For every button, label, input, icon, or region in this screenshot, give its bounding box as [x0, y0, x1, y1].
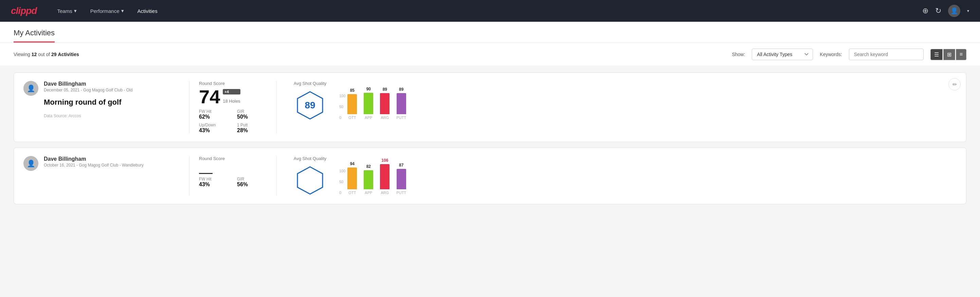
user-name-2: Dave Billingham [44, 156, 144, 162]
keyword-input[interactable] [849, 49, 924, 60]
quality-label-2: Avg Shot Quality [294, 156, 327, 161]
bar-chart: 100 50 0 85 OTT 90 [339, 82, 956, 120]
svg-marker-1 [298, 167, 323, 194]
bar2-app: 82 APP [364, 164, 373, 195]
round-score-section-2: Round Score FW Hit 43% GIR 56% [199, 156, 267, 188]
quality-label: Avg Shot Quality [294, 81, 327, 86]
filter-bar: Viewing 12 out of 29 Activities Show: Al… [0, 43, 980, 65]
stat-one-putt: 1 Putt 28% [237, 123, 267, 134]
app-logo[interactable]: clippd [11, 5, 37, 16]
bar-chart-container-2: 100 50 0 94 OTT 82 APP [334, 157, 956, 195]
stat2-fw-hit: FW Hit 43% [199, 177, 229, 188]
stat-updown: Up/Down 43% [199, 123, 229, 134]
avg-shot-quality-2: Avg Shot Quality [286, 156, 334, 196]
mini-stats: FW Hit 62% GIR 50% Up/Down 43% 1 Putt 28… [199, 109, 267, 134]
keywords-label: Keywords: [820, 52, 842, 57]
nav-icons: ⊕ ↻ 👤 ▾ [922, 5, 969, 17]
activity-card: ✏ 👤 Dave Billingham December 05, 2021 - … [14, 72, 966, 142]
stat2-gir: GIR 56% [237, 177, 267, 188]
avatar: 👤 [24, 81, 38, 96]
activity-title: Morning round of golf [44, 98, 132, 107]
view-toggle: ☰ ⊞ ≡ [931, 49, 966, 60]
bar2-arg: 106 ARG [380, 158, 390, 195]
bar-chart-container: 100 50 0 85 OTT 90 [334, 82, 956, 120]
bar2-putt: 87 PUTT [396, 163, 406, 195]
score-value: 74 [199, 87, 220, 106]
data-source: Data Source: Arccos [44, 113, 132, 118]
stat-fw-hit: FW Hit 62% [199, 109, 229, 120]
quality-chart-section-2: Avg Shot Quality 100 50 0 [286, 156, 956, 196]
list-view-button[interactable]: ☰ [931, 49, 943, 60]
activity-type-select[interactable]: All Activity Types [752, 49, 813, 60]
hex-score-value: 89 [305, 100, 315, 111]
y-axis-labels: 100 50 0 [339, 93, 345, 120]
grid-view-button[interactable]: ⊞ [943, 49, 955, 60]
hex-score-display: 89 [295, 90, 325, 121]
compact-view-button[interactable]: ≡ [956, 49, 966, 60]
nav-teams[interactable]: Teams ▾ [56, 0, 78, 22]
hex-score-display-2 [295, 165, 325, 196]
score-badge: +4 [223, 89, 240, 94]
avatar-2: 👤 [24, 156, 38, 171]
mini-stats-2: FW Hit 43% GIR 56% [199, 177, 267, 188]
bar-putt-fill [397, 93, 406, 114]
user-name: Dave Billingham [44, 81, 132, 87]
user-avatar-button[interactable]: 👤 [948, 5, 960, 17]
round-score-section: Round Score 74 +4 18 Holes FW Hit 62% GI… [199, 81, 267, 134]
round-score-label: Round Score [199, 81, 267, 86]
activity-card-2: 👤 Dave Billingham October 16, 2021 - Gog… [14, 147, 966, 204]
y-axis-labels-2: 100 50 0 [339, 168, 345, 195]
bar-ott-fill [347, 94, 357, 114]
bar-app-fill [364, 93, 373, 114]
page-title: My Activities [14, 22, 55, 43]
page-header: My Activities [0, 22, 980, 43]
score-holes: 18 Holes [223, 99, 240, 104]
show-label: Show: [732, 52, 745, 57]
user-date-2: October 16, 2021 - Gog Magog Golf Club -… [44, 163, 144, 168]
score-bar-partial [199, 164, 213, 174]
nav-activities[interactable]: Activities [136, 0, 159, 22]
refresh-button[interactable]: ↻ [935, 6, 941, 15]
quality-chart-section: Avg Shot Quality 89 100 50 [286, 81, 956, 121]
stat-gir: GIR 50% [237, 109, 267, 120]
nav-performance[interactable]: Performance ▾ [89, 0, 125, 22]
bar-app: 90 APP [364, 87, 373, 120]
add-button[interactable]: ⊕ [922, 6, 928, 15]
round-score-label-2: Round Score [199, 156, 267, 161]
bar-putt: 89 PUTT [396, 87, 406, 120]
navbar: clippd Teams ▾ Performance ▾ Activities … [0, 0, 980, 22]
user-date: December 05, 2021 - Gog Magog Golf Club … [44, 88, 132, 93]
bar2-ott: 94 OTT [347, 161, 357, 195]
avg-shot-quality: Avg Shot Quality 89 [286, 81, 334, 121]
activities-list: ✏ 👤 Dave Billingham December 05, 2021 - … [0, 65, 980, 216]
bar-ott: 85 OTT [347, 88, 357, 120]
bar-arg: 89 ARG [380, 87, 390, 120]
user-menu-chevron[interactable]: ▾ [967, 8, 969, 13]
bar-chart-2: 100 50 0 94 OTT 82 APP [339, 157, 956, 195]
bar-arg-fill [380, 93, 390, 114]
viewing-text: Viewing 12 out of 29 Activities [14, 52, 79, 57]
hexagon-svg-2 [295, 165, 325, 196]
